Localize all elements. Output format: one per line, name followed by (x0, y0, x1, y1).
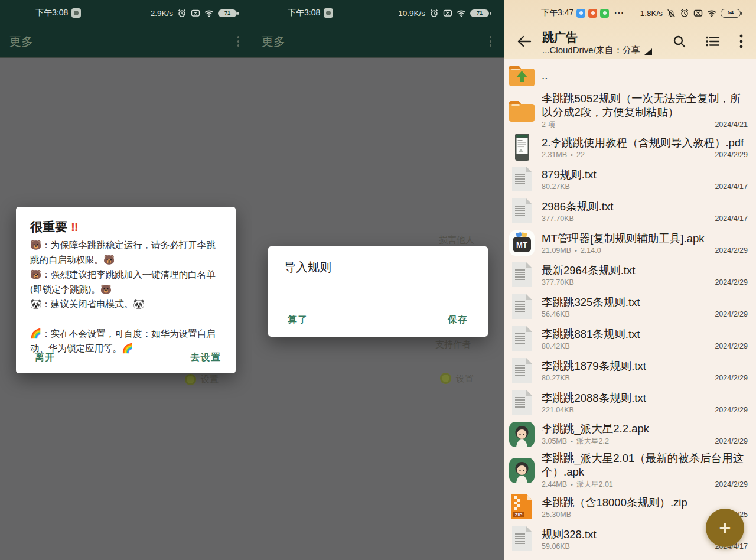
file-row[interactable]: 李跳跳881条规则.txt 80.42KB• 2024/2/29 (504, 323, 756, 354)
view-mode-button[interactable] (706, 35, 720, 50)
file-size: 80.42KB (542, 342, 570, 350)
txt-icon (508, 525, 536, 553)
sim-x-icon (693, 9, 703, 17)
dialog-paragraph: 🐻：强烈建议把李跳跳加入一键清理的白名单(即锁定李跳跳)。🐻 (30, 267, 223, 297)
file-date: 2024/2/29 (715, 374, 748, 382)
import-dialog-title: 导入规则 (284, 259, 331, 275)
support-author-menu-item[interactable]: 支持作者 (435, 339, 471, 350)
file-row[interactable]: .. • (504, 60, 756, 90)
right-network-speed: 1.8K/s (640, 9, 663, 18)
file-size: 377.70KB (542, 278, 574, 286)
file-size: 25.30MB (542, 510, 571, 519)
notification-app-icon (71, 8, 81, 18)
txt-icon (508, 197, 536, 225)
rules-text-input[interactable] (284, 279, 472, 295)
mid-status-time: 下午3:08 (288, 8, 320, 18)
more-notifications-dots: ··· (614, 8, 624, 18)
save-button[interactable]: 保存 (448, 314, 468, 326)
file-name: 最新2964条规则.txt (542, 263, 748, 277)
file-manager-header: 跳广告 ...CloudDrive/来自：分享 (504, 26, 756, 59)
search-button[interactable] (673, 35, 686, 51)
file-extra-info: 派大星2.01 (576, 480, 613, 490)
left-top-bar: 下午3:08 2.9K/s 71 更多 (0, 0, 252, 57)
sim-x-icon (443, 9, 452, 17)
alarm-icon (429, 8, 439, 18)
page-title: 跳广告 (542, 30, 652, 44)
dialog-paragraph: 🐼：建议关闭省电模式。🐼 (30, 297, 223, 311)
file-row[interactable]: 李跳跳_派大星2.2.apk 3.05MB•派大星2.2 2024/2/29 (504, 418, 756, 450)
important-dialog-title: 很重要‼ (30, 219, 79, 235)
file-size: 221.04KB (542, 406, 574, 414)
battery-icon: 54 (721, 9, 741, 18)
mt-icon: MT (508, 229, 536, 257)
back-button[interactable] (514, 33, 535, 52)
notification-app-icon (324, 8, 333, 18)
file-name: 李跳跳881条规则.txt (542, 327, 748, 341)
file-date: 2024/2/29 (715, 437, 748, 445)
file-name: 李跳跳5052规则（一次无法完全复制，所以分成2段，方便复制粘贴） (542, 92, 748, 119)
battery-icon: 71 (218, 9, 237, 17)
file-row[interactable]: MT MT管理器[复制规则辅助工具].apk 21.09MB•2.14.0 20… (504, 227, 756, 259)
settings-icon (185, 374, 196, 385)
settings-menu-item[interactable]: 设置 (456, 373, 474, 385)
file-row[interactable]: 最新2964条规则.txt 377.70KB• 2024/2/29 (504, 259, 756, 291)
file-date: 2024/4/21 (715, 121, 748, 129)
svg-text:MT: MT (516, 240, 527, 249)
mute-bell-icon (667, 9, 676, 18)
file-name: 李跳跳_派大星2.2.apk (542, 422, 748, 435)
mid-top-bar: 下午3:08 10.9K/s 71 更多 (252, 0, 504, 57)
txt-icon (508, 325, 536, 353)
leave-button[interactable]: 离开 (35, 351, 56, 364)
file-date: 2024/4/17 (715, 214, 748, 223)
file-extra-info: 22 (576, 151, 585, 159)
file-size: 2.31MB (542, 151, 567, 159)
file-row[interactable]: 李跳跳1879条规则.txt 80.27KB• 2024/2/29 (504, 354, 756, 386)
overflow-menu-icon[interactable] (486, 32, 496, 50)
file-row[interactable]: 李跳跳325条规则.txt 56.46KB• 2024/2/29 (504, 291, 756, 323)
battery-icon: 71 (470, 9, 489, 17)
alarm-icon (177, 8, 187, 18)
left-appbar-title: 更多 (9, 34, 33, 50)
cancel-button[interactable]: 算了 (288, 314, 308, 326)
sort-triangle-icon (644, 48, 652, 55)
important-dialog: 很重要‼ 🐻：为保障李跳跳稳定运行，请务必打开李跳跳的自启动权限。🐻 🐻：强烈建… (16, 207, 236, 373)
file-row[interactable]: 2986条规则.txt 377.70KB• 2024/4/17 (504, 195, 756, 227)
breadcrumb[interactable]: ...CloudDrive/来自：分享 (542, 44, 652, 56)
file-row[interactable]: 李跳跳2088条规则.txt 221.04KB• 2024/2/29 (504, 386, 756, 418)
settings-menu-item[interactable]: 设置 (201, 374, 219, 385)
file-list: .. • 李跳跳5052规则（一次无法完全复制，所以分成2段，方便复制粘贴） 2… (504, 59, 756, 560)
add-fab-button[interactable]: + (706, 509, 744, 547)
file-name: 李跳跳_派大星2.01（最新的被杀后台用这个）.apk (542, 451, 748, 478)
file-date: 2024/2/29 (715, 406, 748, 414)
file-extra-info: 派大星2.2 (576, 437, 609, 447)
important-dialog-body: 🐻：为保障李跳跳稳定运行，请务必打开李跳跳的自启动权限。🐻 🐻：强烈建议把李跳跳… (30, 237, 223, 356)
right-status-time: 下午3:47 (541, 8, 573, 18)
dimmed-menu-item[interactable]: 损害他人 (439, 235, 474, 246)
file-size: 56.46KB (542, 310, 570, 318)
folder-icon (508, 97, 536, 125)
wifi-icon (707, 9, 716, 17)
left-app-bar: 更多 (0, 26, 252, 57)
right-status-bar: 下午3:47 ··· 1.8K/s 54 (504, 0, 756, 26)
folder-up-icon (508, 61, 536, 89)
red-exclamation-icon: ‼ (71, 220, 79, 233)
file-size: 377.70KB (542, 214, 574, 223)
plus-icon: + (719, 517, 731, 538)
file-name: 李跳跳（含18000条规则）.zip (542, 496, 748, 509)
file-row[interactable]: 2.李跳跳使用教程（含规则导入教程）.pdf 2.31MB•22 2024/2/… (504, 131, 756, 163)
file-row[interactable]: 879规则.txt 80.27KB• 2024/4/17 (504, 163, 756, 195)
overflow-menu-icon[interactable] (234, 32, 243, 50)
file-row[interactable]: 李跳跳_派大星2.01（最新的被杀后台用这个）.apk 2.44MB•派大星2.… (504, 450, 756, 491)
left-network-speed: 2.9K/s (151, 9, 173, 18)
sim-x-icon (191, 9, 200, 17)
file-size: 2.44MB (542, 480, 567, 489)
settings-icon (440, 373, 451, 384)
file-date: 2024/2/29 (715, 342, 748, 350)
file-row[interactable]: 李跳跳5052规则（一次无法完全复制，所以分成2段，方便复制粘贴） 2 项• 2… (504, 90, 756, 131)
dialog-paragraph: 🐻：为保障李跳跳稳定运行，请务必打开李跳跳的自启动权限。🐻 (30, 237, 223, 267)
go-settings-button[interactable]: 去设置 (191, 351, 222, 364)
import-rules-dialog: 导入规则 算了 保存 (268, 246, 488, 337)
menu-button[interactable] (739, 34, 743, 51)
mid-appbar-title: 更多 (262, 34, 285, 50)
file-date: 2024/2/29 (715, 480, 748, 489)
